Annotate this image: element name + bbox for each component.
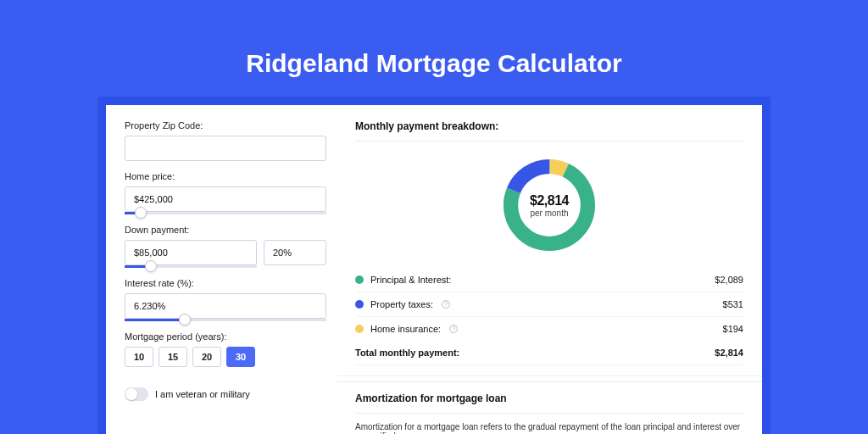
legend-row-tax: Property taxes:?$531 [355,292,743,317]
slider-thumb[interactable] [179,314,191,326]
label-zip: Property Zip Code: [125,120,337,131]
donut-chart: $2,814 per month [498,154,600,256]
legend-dot [355,325,364,333]
card-shadow: Property Zip Code: Home price: $425,000 … [97,97,771,434]
label-period: Mortgage period (years): [125,331,337,342]
input-down-pct[interactable]: 20% [264,240,326,265]
legend-row-ins: Home insurance:?$194 [355,317,743,341]
label-home-price: Home price: [125,171,337,181]
help-icon[interactable]: ? [442,300,450,309]
slider-fill [125,319,185,321]
amort-body: Amortization for a mortgage loan refers … [355,422,743,434]
label-down-payment: Down payment: [125,225,337,235]
breakdown-column: Monthly payment breakdown: $2,814 per mo… [337,105,762,434]
calculator-card: Property Zip Code: Home price: $425,000 … [106,105,762,434]
legend-total: Total monthly payment: $2,814 [355,341,743,365]
legend-total-value: $2,814 [715,348,743,358]
legend-label: Home insurance: [370,324,441,334]
section-divider [337,376,762,382]
donut-center: $2,814 per month [498,154,600,256]
amort-title: Amortization for mortgage loan [355,382,743,414]
period-buttons: 10 15 20 30 [125,347,337,367]
help-icon[interactable]: ? [449,325,458,333]
page-title: Ridgeland Mortgage Calculator [0,0,868,78]
legend-dot [355,275,364,284]
donut-amount: $2,814 [530,193,569,209]
input-home-price[interactable]: $425,000 [125,186,326,212]
period-btn-10[interactable]: 10 [125,347,153,367]
slider-down-payment[interactable] [125,265,257,268]
field-home-price: Home price: $425,000 [125,171,337,214]
legend-value: $2,089 [715,275,743,285]
toggle-veteran[interactable] [125,387,148,401]
legend: Principal & Interest:$2,089Property taxe… [355,268,743,341]
slider-thumb[interactable] [135,207,147,219]
label-rate: Interest rate (%): [125,278,337,288]
slider-home-price[interactable] [125,212,326,214]
slider-rate[interactable] [125,319,326,321]
input-down-amount[interactable]: $85,000 [125,240,257,265]
field-rate: Interest rate (%): 6.230% [125,278,337,321]
input-zip[interactable] [125,136,326,161]
legend-label: Property taxes: [370,299,433,309]
period-btn-30[interactable]: 30 [226,347,255,367]
legend-dot [355,300,364,309]
legend-total-label: Total monthly payment: [355,348,459,358]
label-veteran: I am veteran or military [155,389,250,399]
input-rate[interactable]: 6.230% [125,293,326,319]
slider-thumb[interactable] [145,260,157,272]
breakdown-title: Monthly payment breakdown: [355,120,743,142]
legend-value: $531 [723,299,743,309]
field-zip: Property Zip Code: [125,120,337,161]
form-column: Property Zip Code: Home price: $425,000 … [106,105,337,434]
donut-sub: per month [530,209,568,218]
field-veteran: I am veteran or military [125,387,337,401]
field-period: Mortgage period (years): 10 15 20 30 [125,331,337,367]
legend-label: Principal & Interest: [370,275,451,285]
legend-value: $194 [723,324,743,334]
period-btn-15[interactable]: 15 [159,347,187,367]
field-down-payment: Down payment: $85,000 20% [125,225,337,268]
donut-wrap: $2,814 per month [355,150,743,268]
period-btn-20[interactable]: 20 [192,347,221,367]
legend-row-pi: Principal & Interest:$2,089 [355,268,743,292]
